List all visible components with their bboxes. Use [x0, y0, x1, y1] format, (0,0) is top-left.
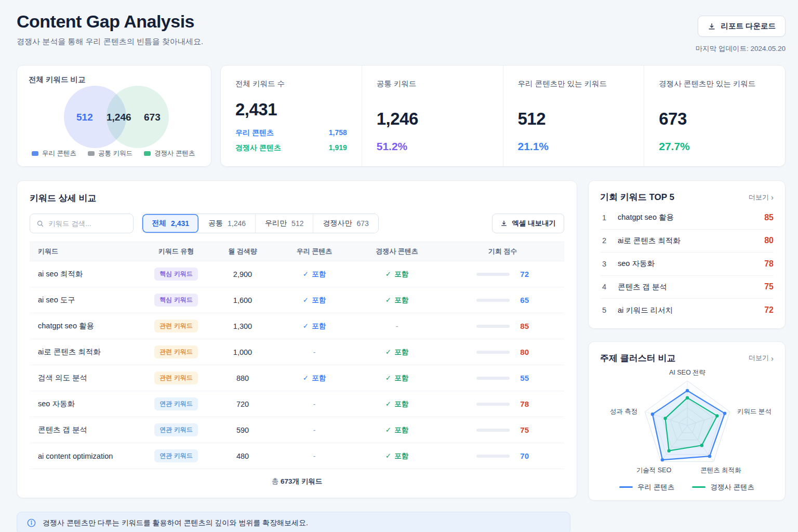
top-keyword-rank: 5	[600, 306, 618, 314]
table-row[interactable]: ai content optimization연관 키워드480-✓포함70	[30, 443, 564, 469]
table-row[interactable]: chatgpt seo 활용관련 키워드1,300✓포함-85	[30, 313, 564, 339]
included-status: ✓포함	[303, 374, 326, 382]
table-row[interactable]: ai로 콘텐츠 최적화관련 키워드1,000-✓포함80	[30, 339, 564, 365]
keyword-type-badge: 관련 키워드	[154, 345, 197, 358]
top-keywords-card: 기회 키워드 TOP 5 더보기 › 1chatgpt seo 활용852ai로…	[588, 180, 786, 329]
score-value: 72	[516, 270, 529, 278]
score-bar-track	[476, 403, 510, 406]
score-bar-track	[476, 325, 510, 328]
not-included-dash: -	[396, 322, 398, 330]
venn-legend-item: 경쟁사 콘텐츠	[144, 149, 195, 158]
top-keyword-row[interactable]: 5ai 키워드 리서치72	[600, 299, 774, 322]
stat-value: 512	[518, 109, 630, 129]
venn-legend-item: 우리 콘텐츠	[32, 149, 76, 158]
table-row[interactable]: 검색 의도 분석관련 키워드880✓포함✓포함55	[30, 365, 564, 391]
top-keyword-row[interactable]: 3seo 자동화78	[600, 252, 774, 276]
included-label: 포함	[394, 400, 408, 408]
included-status: ✓포함	[303, 322, 326, 330]
inclusion-cell: ✓포함	[353, 270, 441, 279]
top-keywords-list: 1chatgpt seo 활용852ai로 콘텐츠 최적화803seo 자동화7…	[600, 206, 774, 322]
filter-tab-우리만[interactable]: 우리만512	[256, 214, 313, 233]
type-cell: 관련 키워드	[143, 345, 209, 358]
keyword-search-box[interactable]	[30, 214, 134, 233]
top-keyword-row[interactable]: 4콘텐츠 갭 분석75	[600, 276, 774, 299]
info-bar-text: 경쟁사 콘텐츠만 다루는 키워드를 활용하여 콘텐츠의 깊이와 범위를 확장해보…	[43, 518, 308, 528]
top-keyword-label: ai로 콘텐츠 최적화	[618, 236, 764, 246]
venn-our-only-value: 512	[76, 112, 93, 123]
tab-label: 경쟁사만	[323, 219, 352, 228]
stat-value: 1,246	[377, 109, 488, 129]
type-cell: 연관 키워드	[143, 449, 209, 462]
radar-axis-label: AI SEO 전략	[669, 369, 706, 376]
score-cell: 65	[441, 296, 564, 304]
header-right: 리포트 다운로드 마지막 업데이트: 2024.05.20	[696, 11, 786, 54]
top-keyword-score: 85	[764, 213, 774, 222]
volume-cell: 880	[209, 374, 276, 382]
inclusion-cell: ✓포함	[353, 296, 441, 305]
stat-label: 전체 키워드 수	[235, 79, 347, 89]
legend-swatch	[32, 151, 38, 156]
filter-tab-경쟁사만[interactable]: 경쟁사만673	[313, 214, 378, 233]
inclusion-cell: -	[276, 400, 353, 408]
radar-axis-label: 키워드 분석	[737, 408, 772, 415]
included-label: 포함	[312, 296, 326, 304]
keyword-type-badge: 핵심 키워드	[154, 294, 197, 307]
top-keyword-row[interactable]: 1chatgpt seo 활용85	[600, 206, 774, 230]
included-status: ✓포함	[385, 296, 408, 304]
cluster-more-link[interactable]: 더보기 ›	[749, 353, 774, 363]
score-value: 75	[516, 425, 529, 434]
score-bar-track	[476, 273, 510, 276]
keyword-cell: chatgpt seo 활용	[30, 321, 143, 331]
score-value: 70	[516, 451, 529, 460]
check-icon: ✓	[385, 348, 391, 356]
included-label: 포함	[312, 374, 326, 382]
keyword-cell: ai seo 도구	[30, 295, 143, 305]
type-cell: 관련 키워드	[143, 371, 209, 384]
inclusion-cell: ✓포함	[353, 348, 441, 357]
top-keywords-more-link[interactable]: 더보기 ›	[749, 193, 774, 202]
tab-label: 전체	[152, 219, 166, 228]
inclusion-cell: ✓포함	[353, 425, 441, 435]
filter-tab-공통[interactable]: 공통1,246	[199, 214, 256, 233]
inclusion-cell: ✓포함	[353, 400, 441, 409]
keyword-type-badge: 연관 키워드	[154, 397, 197, 410]
keyword-cell: ai seo 최적화	[30, 269, 143, 279]
included-label: 포함	[394, 270, 408, 278]
keyword-type-badge: 관련 키워드	[154, 320, 197, 332]
venn-diagram: 512 1,246 673	[29, 85, 200, 148]
excel-export-button[interactable]: 엑셀 내보내기	[492, 214, 564, 233]
column-header: 월 검색량	[209, 247, 276, 256]
included-status: ✓포함	[385, 426, 408, 434]
top-keywords-header: 기회 키워드 TOP 5 더보기 ›	[600, 191, 774, 203]
download-report-button[interactable]: 리포트 다운로드	[698, 16, 786, 37]
inclusion-cell: -	[276, 452, 353, 460]
score-cell: 85	[441, 322, 564, 330]
top-keyword-row[interactable]: 2ai로 콘텐츠 최적화80	[600, 230, 774, 253]
filter-tab-전체[interactable]: 전체2,431	[142, 214, 199, 233]
included-label: 포함	[312, 270, 326, 278]
score-cell: 70	[441, 451, 564, 460]
type-cell: 핵심 키워드	[143, 268, 209, 281]
tab-count: 1,246	[228, 219, 246, 228]
check-icon: ✓	[303, 270, 309, 278]
page-title: Content Gap Analysis	[17, 11, 203, 32]
keyword-search-input[interactable]	[48, 220, 127, 228]
top-keyword-label: 콘텐츠 갭 분석	[618, 282, 764, 292]
top-keyword-score: 80	[764, 236, 774, 245]
stat-breakdown-row: 우리 콘텐츠1,758	[235, 128, 347, 138]
top-keyword-label: chatgpt seo 활용	[618, 212, 764, 222]
inclusion-cell: ✓포함	[353, 374, 441, 383]
inclusion-cell: ✓포함	[353, 451, 441, 461]
table-row[interactable]: ai seo 도구핵심 키워드1,600✓포함✓포함65	[30, 287, 564, 313]
table-row[interactable]: seo 자동화연관 키워드720-✓포함78	[30, 391, 564, 417]
chevron-right-icon: ›	[771, 193, 774, 201]
stat-card: 우리 콘텐츠만 있는 키워드51221.1%	[503, 65, 644, 166]
not-included-dash: -	[313, 400, 316, 408]
score-value: 65	[516, 296, 529, 304]
check-icon: ✓	[303, 322, 309, 330]
table-row[interactable]: ai seo 최적화핵심 키워드2,900✓포함✓포함72	[30, 261, 564, 287]
table-footer-count: 673개 키워드	[281, 477, 322, 485]
keyword-type-badge: 관련 키워드	[154, 371, 197, 384]
table-row[interactable]: 콘텐츠 갭 분석연관 키워드590-✓포함75	[30, 417, 564, 443]
volume-cell: 1,300	[209, 322, 276, 330]
